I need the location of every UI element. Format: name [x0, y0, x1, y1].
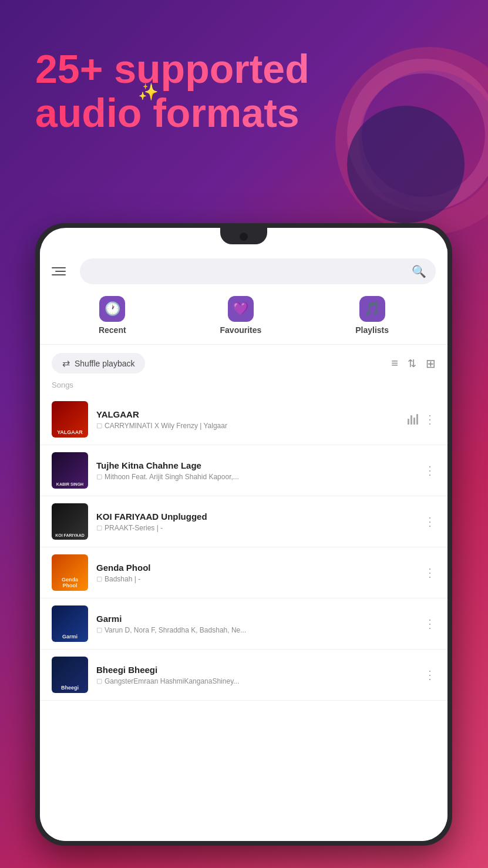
- song-title-tujhe: Tujhe Kitna Chahne Lage: [96, 460, 416, 470]
- header-section: ✨ 25+ supported audio formats: [35, 47, 309, 135]
- file-icon: ▢: [96, 575, 102, 583]
- search-box[interactable]: 🔍: [80, 258, 436, 284]
- shuffle-button[interactable]: ⇄ Shuffle playback: [52, 353, 145, 374]
- song-artist-garmi: ▢ Varun D, Nora F, Shraddha K, Badshah, …: [96, 626, 416, 634]
- tab-playlists[interactable]: 🎵 Playlists: [355, 296, 389, 335]
- song-artist-tujhe: ▢ Mithoon Feat. Arijit Singh Shahid Kapo…: [96, 473, 416, 481]
- song-title-bheegi: Bheegi Bheegi: [96, 665, 416, 675]
- thumb-text-tujhe: KABIR SINGH: [52, 452, 88, 489]
- thumb-text-garmi: Garmi: [52, 605, 88, 642]
- header-line1: 25+ supported: [35, 47, 309, 91]
- song-actions-bheegi: ⋮: [424, 668, 436, 682]
- more-options-icon[interactable]: ⋮: [424, 617, 436, 631]
- search-icon: 🔍: [412, 264, 426, 278]
- favourites-icon: 💜: [228, 296, 254, 322]
- song-list: YALGAAR YALGAAR ▢ CARRYMINATI X Wily Fre…: [40, 394, 447, 701]
- phone-inner: 🔍 🕐 Recent 💜 Favourites 🎵 Playlists: [40, 228, 447, 841]
- controls-row: ⇄ Shuffle playback ≡ ⇅ ⊞: [40, 345, 447, 378]
- song-artist-bheegi: ▢ GangsterEmraan HashmiKanganaShiney...: [96, 677, 416, 685]
- tab-favourites[interactable]: 💜 Favourites: [220, 296, 262, 335]
- thumb-text-yalgaar: YALGAAR: [52, 401, 88, 438]
- header-line2: audio formats: [35, 91, 309, 135]
- shuffle-icon: ⇄: [62, 358, 70, 369]
- filter-line2: [55, 271, 66, 272]
- list-view-icon[interactable]: ≡: [391, 356, 398, 370]
- bar2: [410, 415, 412, 425]
- song-info-tujhe: Tujhe Kitna Chahne Lage ▢ Mithoon Feat. …: [96, 460, 416, 481]
- tab-recent-label: Recent: [99, 325, 126, 335]
- filter-button[interactable]: [52, 261, 73, 282]
- more-options-icon[interactable]: ⋮: [424, 412, 436, 426]
- song-actions-koi: ⋮: [424, 514, 436, 529]
- tab-playlists-label: Playlists: [355, 325, 389, 335]
- song-actions-yalgaar: ⋮: [408, 412, 436, 426]
- song-item-garmi[interactable]: Garmi Garmi ▢ Varun D, Nora F, Shraddha …: [40, 598, 447, 650]
- song-title-garmi: Garmi: [96, 614, 416, 624]
- bar3: [413, 418, 415, 425]
- grid-view-icon[interactable]: ⊞: [426, 356, 436, 371]
- song-artist-genda: ▢ Badshah | -: [96, 575, 416, 583]
- thumb-text-genda: Genda Phool: [52, 554, 88, 591]
- playlists-icon: 🎵: [359, 296, 385, 322]
- song-title-yalgaar: YALGAAR: [96, 409, 399, 419]
- nav-tabs: 🕐 Recent 💜 Favourites 🎵 Playlists: [40, 290, 447, 345]
- deco-circle2: [347, 106, 465, 223]
- song-title-genda: Genda Phool: [96, 563, 416, 573]
- file-icon: ▢: [96, 422, 102, 429]
- filter-line1: [52, 267, 66, 268]
- more-options-icon[interactable]: ⋮: [424, 566, 436, 580]
- songs-section-label: Songs: [40, 378, 447, 394]
- phone-notch: [220, 228, 267, 244]
- thumb-text-bheegi: Bheegi: [52, 657, 88, 693]
- song-info-genda: Genda Phool ▢ Badshah | -: [96, 563, 416, 583]
- sort-icon[interactable]: ⇅: [408, 357, 416, 370]
- filter-line3: [52, 274, 66, 275]
- app-content: 🔍 🕐 Recent 💜 Favourites 🎵 Playlists: [40, 249, 447, 841]
- shuffle-label: Shuffle playback: [75, 359, 134, 368]
- playing-bars-icon: [408, 414, 418, 425]
- song-actions-genda: ⋮: [424, 566, 436, 580]
- song-thumb-koi: KOI FARIYAAD: [52, 503, 88, 540]
- tab-favourites-label: Favourites: [220, 325, 262, 335]
- song-info-bheegi: Bheegi Bheegi ▢ GangsterEmraan HashmiKan…: [96, 665, 416, 685]
- phone-frame: 🔍 🕐 Recent 💜 Favourites 🎵 Playlists: [35, 223, 452, 846]
- song-info-yalgaar: YALGAAR ▢ CARRYMINATI X Wily Frenzy | Ya…: [96, 409, 399, 430]
- song-artist-yalgaar: ▢ CARRYMINATI X Wily Frenzy | Yalgaar: [96, 422, 399, 430]
- song-item-koi[interactable]: KOI FARIYAAD KOI FARIYAAD Unplugged ▢ PR…: [40, 496, 447, 547]
- song-title-koi: KOI FARIYAAD Unplugged: [96, 512, 416, 522]
- tab-recent[interactable]: 🕐 Recent: [99, 296, 126, 335]
- more-options-icon[interactable]: ⋮: [424, 463, 436, 477]
- song-actions-garmi: ⋮: [424, 617, 436, 631]
- song-thumb-bheegi: Bheegi: [52, 657, 88, 693]
- spark-icon: ✨: [138, 82, 159, 102]
- file-icon: ▢: [96, 473, 102, 480]
- search-bar-row: 🔍: [40, 249, 447, 290]
- file-icon: ▢: [96, 626, 102, 634]
- more-options-icon[interactable]: ⋮: [424, 668, 436, 682]
- song-item-yalgaar[interactable]: YALGAAR YALGAAR ▢ CARRYMINATI X Wily Fre…: [40, 394, 447, 445]
- recent-icon: 🕐: [99, 296, 125, 322]
- song-info-garmi: Garmi ▢ Varun D, Nora F, Shraddha K, Bad…: [96, 614, 416, 634]
- camera-dot: [240, 233, 248, 241]
- thumb-text-koi: KOI FARIYAAD: [52, 503, 88, 540]
- song-thumb-garmi: Garmi: [52, 605, 88, 642]
- song-artist-koi: ▢ PRAAKT-Series | -: [96, 524, 416, 532]
- song-item-bheegi[interactable]: Bheegi Bheegi Bheegi ▢ GangsterEmraan Ha…: [40, 650, 447, 701]
- file-icon: ▢: [96, 524, 102, 531]
- file-icon: ▢: [96, 677, 102, 685]
- song-item-tujhe[interactable]: KABIR SINGH Tujhe Kitna Chahne Lage ▢ Mi…: [40, 445, 447, 496]
- song-thumb-genda: Genda Phool: [52, 554, 88, 591]
- more-options-icon[interactable]: ⋮: [424, 514, 436, 529]
- song-thumb-tujhe: KABIR SINGH: [52, 452, 88, 489]
- song-item-genda[interactable]: Genda Phool Genda Phool ▢ Badshah | - ⋮: [40, 547, 447, 598]
- bar1: [408, 419, 409, 425]
- song-thumb-yalgaar: YALGAAR: [52, 401, 88, 438]
- bar4: [416, 414, 418, 425]
- song-actions-tujhe: ⋮: [424, 463, 436, 477]
- song-info-koi: KOI FARIYAAD Unplugged ▢ PRAAKT-Series |…: [96, 512, 416, 532]
- view-controls: ≡ ⇅ ⊞: [391, 356, 436, 371]
